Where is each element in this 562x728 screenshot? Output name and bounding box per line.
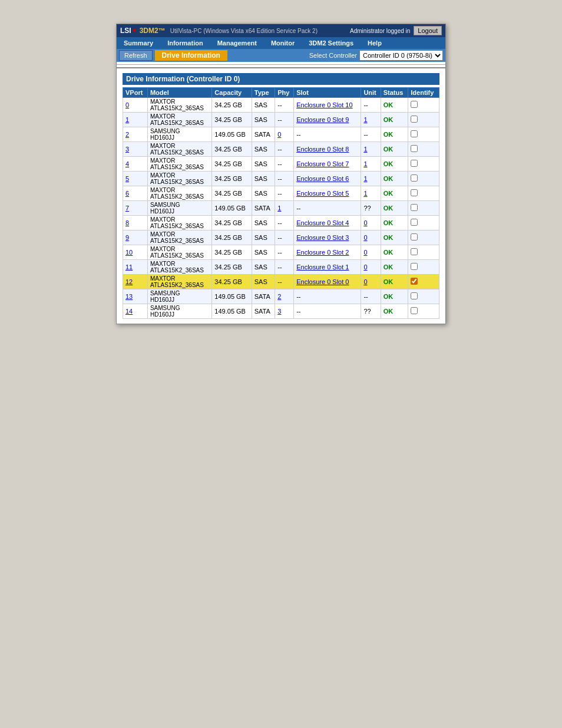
title-bar: LSI✦ 3DM2™ UtilVista-PC (Windows Vista x…: [117, 24, 445, 37]
drive-slot: Enclosure 0 Slot 3: [294, 230, 361, 245]
identify-checkbox[interactable]: [411, 101, 418, 108]
drive-slot: Enclosure 0 Slot 1: [294, 260, 361, 275]
slot-link[interactable]: Enclosure 0 Slot 8: [296, 146, 349, 153]
drive-unit: 1: [361, 113, 381, 127]
unit-link[interactable]: 1: [363, 160, 367, 167]
drive-phy: 0: [275, 127, 294, 142]
drive-model: MAXTOR ATLAS15K2_36SAS: [147, 172, 211, 186]
col-status: Status: [381, 88, 408, 98]
slot-link[interactable]: Enclosure 0 Slot 5: [296, 190, 349, 197]
slot-link[interactable]: Enclosure 0 Slot 0: [296, 278, 349, 285]
drive-phy: --: [275, 98, 294, 113]
drive-unit: 1: [361, 157, 381, 172]
unit-link[interactable]: 1: [363, 190, 367, 197]
table-row: 10MAXTOR ATLAS15K2_36SAS34.25 GBSAS--Enc…: [123, 245, 439, 260]
slot-link[interactable]: Enclosure 0 Slot 3: [296, 234, 349, 241]
drive-type: SATA: [252, 289, 275, 304]
identify-checkbox[interactable]: [411, 174, 418, 182]
vport-link[interactable]: 0: [125, 101, 129, 108]
nav-information[interactable]: Information: [160, 37, 210, 49]
drive-unit: --: [361, 127, 381, 142]
drive-status: OK: [381, 275, 408, 289]
drive-model: MAXTOR ATLAS15K2_36SAS: [147, 245, 211, 260]
table-row: 13SAMSUNG HD160JJ149.05 GBSATA2----OK: [123, 289, 439, 304]
nav-management[interactable]: Management: [210, 37, 264, 49]
vport-link[interactable]: 9: [125, 234, 129, 241]
nav-monitor[interactable]: Monitor: [264, 37, 302, 49]
unit-link[interactable]: 0: [363, 263, 367, 271]
slot-link[interactable]: Enclosure 0 Slot 10: [296, 101, 352, 108]
identify-checkbox[interactable]: [411, 278, 418, 285]
identify-checkbox[interactable]: [411, 145, 418, 152]
col-slot: Slot: [294, 88, 361, 98]
identify-checkbox[interactable]: [411, 204, 418, 211]
identify-checkbox[interactable]: [411, 233, 418, 241]
phy-link[interactable]: 1: [277, 205, 281, 212]
unit-link[interactable]: 0: [363, 278, 367, 285]
slot-link[interactable]: Enclosure 0 Slot 1: [296, 263, 349, 271]
vport-link[interactable]: 3: [125, 146, 129, 153]
vport-link[interactable]: 5: [125, 175, 129, 182]
unit-link[interactable]: 0: [363, 234, 367, 241]
drive-phy: 1: [275, 201, 294, 216]
slot-link[interactable]: Enclosure 0 Slot 7: [296, 160, 349, 167]
drive-type: SAS: [252, 216, 275, 230]
identify-checkbox[interactable]: [411, 248, 418, 255]
vport-link[interactable]: 7: [125, 205, 129, 212]
col-model: Model: [147, 88, 211, 98]
drive-phy: --: [275, 216, 294, 230]
identify-checkbox[interactable]: [411, 130, 418, 137]
vport-link[interactable]: 10: [125, 249, 133, 256]
logout-button[interactable]: Logout: [414, 26, 442, 35]
vport-link[interactable]: 2: [125, 131, 129, 138]
nav-3dm2-settings[interactable]: 3DM2 Settings: [302, 37, 361, 49]
vport-link[interactable]: 12: [125, 278, 133, 285]
vport-link[interactable]: 11: [125, 263, 133, 271]
nav-help[interactable]: Help: [361, 37, 389, 49]
identify-checkbox[interactable]: [411, 116, 418, 123]
phy-link[interactable]: 0: [277, 131, 281, 138]
unit-link[interactable]: 0: [363, 219, 367, 226]
drive-identify: [408, 289, 439, 304]
controller-select[interactable]: Controller ID 0 (9750-8i): [359, 50, 443, 61]
drive-table: VPort Model Capacity Type Phy Slot Unit …: [123, 87, 439, 319]
drive-type: SAS: [252, 186, 275, 201]
slot-link[interactable]: Enclosure 0 Slot 6: [296, 175, 349, 182]
drive-unit: --: [361, 98, 381, 113]
drive-slot: --: [294, 127, 361, 142]
identify-checkbox[interactable]: [411, 219, 418, 226]
vport-link[interactable]: 14: [125, 308, 133, 315]
drive-type: SAS: [252, 113, 275, 127]
unit-link[interactable]: 0: [363, 249, 367, 256]
drive-capacity: 34.25 GB: [212, 113, 252, 127]
unit-link[interactable]: 1: [363, 116, 367, 123]
phy-link[interactable]: 3: [277, 308, 281, 315]
identify-checkbox[interactable]: [411, 292, 418, 299]
table-header-row: VPort Model Capacity Type Phy Slot Unit …: [123, 88, 439, 98]
vport-link[interactable]: 4: [125, 160, 129, 167]
drive-identify: [408, 304, 439, 319]
drive-model: MAXTOR ATLAS15K2_36SAS: [147, 186, 211, 201]
unit-link[interactable]: 1: [363, 175, 367, 182]
unit-link[interactable]: 1: [363, 146, 367, 153]
phy-link[interactable]: 2: [277, 293, 281, 300]
vport-link[interactable]: 6: [125, 190, 129, 197]
identify-checkbox[interactable]: [411, 307, 418, 314]
drive-phy: 3: [275, 304, 294, 319]
vport-link[interactable]: 1: [125, 116, 129, 123]
drive-unit: 1: [361, 172, 381, 186]
select-controller-label: Select Controller: [309, 52, 357, 59]
refresh-button[interactable]: Refresh: [119, 50, 153, 61]
slot-link[interactable]: Enclosure 0 Slot 9: [296, 116, 349, 123]
identify-checkbox[interactable]: [411, 189, 418, 196]
slot-link[interactable]: Enclosure 0 Slot 4: [296, 219, 349, 226]
drive-capacity: 149.05 GB: [212, 201, 252, 216]
identify-checkbox[interactable]: [411, 160, 418, 167]
nav-summary[interactable]: Summary: [117, 37, 160, 49]
identify-checkbox[interactable]: [411, 263, 418, 270]
drive-phy: --: [275, 142, 294, 157]
table-row: 14SAMSUNG HD160JJ149.05 GBSATA3--??OK: [123, 304, 439, 319]
slot-link[interactable]: Enclosure 0 Slot 2: [296, 249, 349, 256]
vport-link[interactable]: 8: [125, 219, 129, 226]
vport-link[interactable]: 13: [125, 293, 133, 300]
